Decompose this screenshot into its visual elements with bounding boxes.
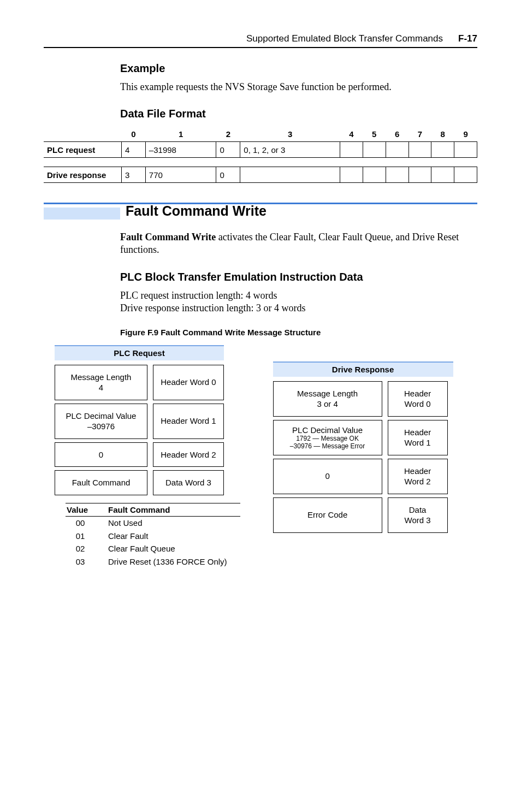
section-heading-row: Fault Command Write [44,204,477,222]
page-header: Supported Emulated Block Transfer Comman… [44,33,477,48]
drv-resp-cell-right: Header Word 2 [388,459,448,494]
fc-desc: Not Used [107,517,240,530]
table-row: 02 Clear Fault Queue [66,542,240,555]
col-hdr: 0 [122,126,146,142]
table-cell [454,142,477,158]
drv-resp-cell-left: Error Code [273,497,382,533]
plc-req-cell-right: Header Word 0 [153,365,224,400]
cell-text: 0 [58,449,144,460]
cell-text: –30976 [58,421,144,432]
drv-resp-cell-right: Data Word 3 [388,497,448,533]
cell-text: Data [409,505,427,515]
cell-text: Message Length [277,388,378,399]
table-cell [431,167,454,183]
fc-col-value: Value [66,503,107,517]
cell-text: 4 [58,382,144,393]
drive-response-row: Drive response 3 770 0 [44,167,477,183]
table-cell [386,142,408,158]
table-row: 01 Clear Fault [66,530,240,543]
table-cell [340,142,363,158]
table-cell [408,142,431,158]
data-file-format-heading: Data File Format [120,106,477,121]
fc-col-desc: Fault Command [107,503,240,517]
col-hdr: 4 [340,126,363,142]
drv-resp-cell-right: Header Word 1 [388,420,448,455]
drive-response-title: Drive Response [273,361,453,377]
fc-desc: Clear Fault [107,530,240,543]
drv-resp-cell-right: Header Word 0 [388,381,448,417]
plc-req-cell-left: 0 [55,442,147,467]
drv-resp-cell-left: PLC Decimal Value 1792 — Message OK –309… [273,420,382,455]
table-cell [386,167,408,183]
drv-resp-cell-left: 0 [273,459,382,494]
example-text: This example requests the NVS Storage Sa… [120,81,477,93]
plc-block-line1: PLC request instruction length: 4 words [120,289,477,302]
table-cell: –31998 [145,142,216,158]
col-hdr: 9 [454,126,477,142]
drive-response-label: Drive response [44,167,122,183]
table-cell [363,142,386,158]
cell-text: Word 1 [405,437,431,448]
fc-desc: Clear Fault Queue [107,542,240,555]
figure-caption: Figure F.9 Fault Command Write Message S… [120,327,477,338]
data-file-format-table: 0 1 2 3 4 5 6 7 8 9 PLC request 4 –31998… [44,126,477,183]
table-cell: 4 [122,142,146,158]
plc-req-cell-left: Fault Command [55,470,147,495]
heading-accent [44,208,120,220]
plc-block-heading: PLC Block Transfer Emulation Instruction… [120,270,477,284]
example-heading: Example [120,61,477,75]
col-hdr: 6 [386,126,408,142]
table-row: 03 Drive Reset (1336 FORCE Only) [66,555,240,568]
col-hdr: 3 [240,126,340,142]
table-cell [340,167,363,183]
table-cell: 0 [216,142,240,158]
plc-req-cell-left: PLC Decimal Value –30976 [55,404,147,439]
cell-text: Word 0 [405,399,431,410]
plc-block-line2: Drive response instruction length: 3 or … [120,302,477,315]
cell-text: Error Code [277,509,378,520]
col-hdr: 7 [408,126,431,142]
page-number: F-17 [458,33,477,45]
cell-text: PLC Decimal Value [58,411,144,422]
plc-req-cell-right: Header Word 2 [153,442,224,467]
fault-command-values: Value Fault Command 00 Not Used 01 Clear… [66,503,240,568]
table-row: 00 Not Used [66,517,240,530]
fc-val: 01 [66,530,107,543]
table-cell: 0 [216,167,240,183]
fc-val: 02 [66,542,107,555]
table-cell: 3 [122,167,146,183]
table-cell: 0, 1, 2, or 3 [240,142,340,158]
cell-subtext: 1792 — Message OK [276,435,380,443]
plc-req-cell-right: Data Word 3 [153,470,224,495]
col-hdr: 2 [216,126,240,142]
plc-request-label: PLC request [44,142,122,158]
col-hdr: 1 [145,126,216,142]
col-hdr: 5 [363,126,386,142]
fault-command-write-para: Fault Command Write activates the Clear … [120,231,477,257]
cell-text: Header [404,427,431,438]
plc-request-column: PLC Request Message Length 4 Header Word… [55,345,240,568]
cell-text: Header [404,388,431,399]
cell-subtext: –30976 — Message Error [276,443,380,451]
running-title: Supported Emulated Block Transfer Comman… [246,33,443,45]
table-cell [454,167,477,183]
table-cell [408,167,431,183]
message-structure-diagram: PLC Request Message Length 4 Header Word… [55,345,477,568]
plc-request-title: PLC Request [55,345,224,360]
plc-req-cell-left: Message Length 4 [55,365,147,400]
cell-text: Fault Command [58,477,144,488]
drive-response-column: Drive Response Message Length 3 or 4 Hea… [273,345,453,533]
cell-text: Word 3 [405,515,431,526]
drv-resp-cell-left: Message Length 3 or 4 [273,381,382,417]
fc-val: 03 [66,555,107,568]
cell-text: Message Length [58,372,144,383]
fault-command-write-title: Fault Command Write [126,202,267,220]
table-cell [431,142,454,158]
fc-desc: Drive Reset (1336 FORCE Only) [107,555,240,568]
cell-text: 3 or 4 [277,399,378,410]
plc-request-row: PLC request 4 –31998 0 0, 1, 2, or 3 [44,142,477,158]
table-cell [240,167,340,183]
col-hdr: 8 [431,126,454,142]
cell-text: PLC Decimal Value [276,425,380,436]
bold-lead: Fault Command Write [120,232,216,242]
